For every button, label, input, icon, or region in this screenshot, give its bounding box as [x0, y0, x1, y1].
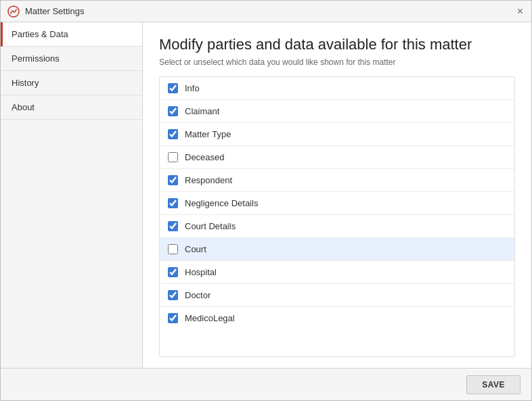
- checkbox-row-court-details[interactable]: Court Details: [160, 215, 514, 238]
- checkbox-label-medicolegal: MedicoLegal: [185, 313, 235, 323]
- checkbox-row-court[interactable]: Court: [160, 238, 514, 261]
- checkbox-hospital[interactable]: [168, 267, 178, 277]
- checkbox-row-matter-type[interactable]: Matter Type: [160, 123, 514, 146]
- checkbox-respondent[interactable]: [168, 175, 178, 185]
- checkbox-medicolegal[interactable]: [168, 313, 178, 323]
- checkbox-row-negligence-details[interactable]: Negligence Details: [160, 192, 514, 215]
- checkbox-label-court-details: Court Details: [185, 221, 236, 231]
- checkbox-label-claimant: Claimant: [185, 106, 219, 116]
- main-panel: Modify parties and data available for th…: [143, 22, 531, 368]
- main-subtitle: Select or unselect which data you would …: [159, 57, 515, 67]
- main-title: Modify parties and data available for th…: [159, 36, 515, 53]
- checkbox-deceased[interactable]: [168, 152, 178, 162]
- title-bar-left: Matter Settings: [7, 5, 84, 18]
- checkbox-court-details[interactable]: [168, 221, 178, 231]
- items-list: InfoClaimantMatter TypeDeceasedResponden…: [159, 76, 515, 357]
- checkbox-label-court: Court: [185, 244, 206, 254]
- checkbox-label-negligence-details: Negligence Details: [185, 198, 258, 208]
- checkbox-court[interactable]: [168, 244, 178, 254]
- checkbox-row-info[interactable]: Info: [160, 77, 514, 100]
- checkbox-label-deceased: Deceased: [185, 152, 225, 162]
- checkbox-row-respondent[interactable]: Respondent: [160, 169, 514, 192]
- sidebar: Parties & Data Permissions History About: [1, 22, 143, 368]
- checkbox-doctor[interactable]: [168, 290, 178, 300]
- checkbox-info[interactable]: [168, 83, 178, 93]
- close-button[interactable]: ×: [516, 6, 525, 17]
- save-button[interactable]: SAVE: [466, 375, 520, 394]
- checkbox-label-doctor: Doctor: [185, 290, 210, 300]
- sidebar-item-permissions[interactable]: Permissions: [1, 47, 142, 71]
- checkbox-row-claimant[interactable]: Claimant: [160, 100, 514, 123]
- sidebar-item-history[interactable]: History: [1, 71, 142, 95]
- checkbox-claimant[interactable]: [168, 106, 178, 116]
- app-logo-icon: [7, 5, 20, 18]
- sidebar-item-about[interactable]: About: [1, 95, 142, 120]
- footer: SAVE: [1, 368, 531, 400]
- title-bar: Matter Settings ×: [1, 1, 531, 22]
- window: Matter Settings × Parties & Data Permiss…: [0, 0, 532, 401]
- checkbox-row-hospital[interactable]: Hospital: [160, 261, 514, 284]
- window-title: Matter Settings: [25, 6, 84, 16]
- checkbox-row-deceased[interactable]: Deceased: [160, 146, 514, 169]
- checkbox-negligence-details[interactable]: [168, 198, 178, 208]
- checkbox-row-medicolegal[interactable]: MedicoLegal: [160, 307, 514, 329]
- checkbox-label-respondent: Respondent: [185, 175, 232, 185]
- content-area: Parties & Data Permissions History About…: [1, 22, 531, 368]
- checkbox-label-matter-type: Matter Type: [185, 129, 231, 139]
- checkbox-label-info: Info: [185, 83, 200, 93]
- sidebar-item-parties-data[interactable]: Parties & Data: [1, 22, 142, 47]
- checkbox-matter-type[interactable]: [168, 129, 178, 139]
- checkbox-row-doctor[interactable]: Doctor: [160, 284, 514, 307]
- checkbox-label-hospital: Hospital: [185, 267, 217, 277]
